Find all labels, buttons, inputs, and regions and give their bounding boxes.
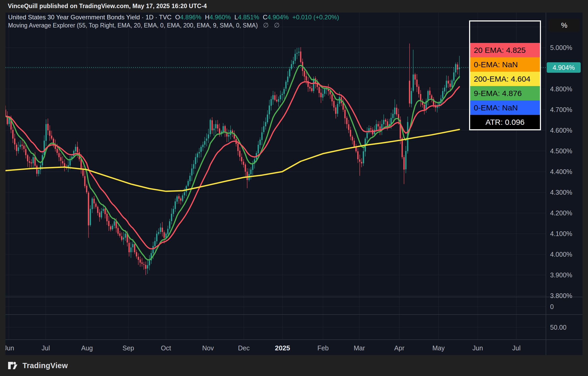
price-axis-label: 4.800%	[550, 85, 572, 93]
legend-row: 0-EMA: NaN	[470, 100, 540, 115]
chart-region[interactable]: United States 30 Year Government Bonds Y…	[5, 13, 583, 355]
price-axis-label: 4.700%	[550, 106, 572, 114]
sub-pane-axis-label: 50.00	[550, 323, 567, 331]
legend-row: 9-EMA: 4.876	[470, 86, 540, 100]
change-readout: +0.010 (+0.20%)	[292, 14, 339, 21]
legend-row: ATR: 0.096	[470, 115, 540, 129]
time-axis-label: Nov	[196, 344, 220, 352]
time-axis-label: Jul	[505, 344, 528, 352]
price-axis-label: 3.900%	[550, 271, 572, 279]
time-axis-label: Jun	[466, 344, 489, 352]
price-axis-label: 4.200%	[550, 209, 572, 217]
sub-pane-axis-label: 0	[550, 303, 554, 311]
indicator-title: Moving Average Explorer (55, Top Right, …	[8, 22, 258, 29]
price-axis-label: 4.000%	[550, 250, 572, 258]
brand-wordmark: TradingView	[22, 361, 68, 370]
time-axis-label: 2025	[271, 344, 294, 352]
time-axis-label: May	[427, 344, 450, 352]
time-axis-label: Dec	[232, 344, 256, 352]
ohlc-label: H	[205, 14, 209, 21]
price-axis-label: 4.500%	[550, 147, 572, 155]
legend-row: 20 EMA: 4.825	[470, 43, 540, 57]
ohlc-value: 4.904%	[267, 14, 289, 21]
ohlc-label: C	[263, 14, 267, 21]
time-axis-label: Jul	[34, 344, 57, 352]
price-axis-label: 4.400%	[550, 168, 572, 176]
time-axis-label: Mar	[348, 344, 371, 352]
legend-empty-row	[470, 21, 540, 43]
time-axis-label: Sep	[117, 344, 140, 352]
empty-set-icon: ∅	[263, 21, 269, 29]
byline-text: VinceQuill published on TradingView.com,…	[8, 3, 207, 10]
ohlc-readout: O4.896%H4.960%L4.851%C4.904%	[171, 14, 289, 21]
tradingview-logo-icon	[8, 362, 19, 369]
price-axis-label: 4.600%	[550, 126, 572, 134]
legend-row: 200-EMA: 4.604	[470, 72, 540, 86]
current-price-tag: 4.904%	[547, 62, 581, 73]
time-axis-label: Apr	[388, 344, 411, 352]
footer-brand[interactable]: TradingView	[8, 359, 68, 372]
time-axis-label: Aug	[75, 344, 99, 352]
time-axis-label: Feb	[311, 344, 335, 352]
price-axis-label: 4.100%	[550, 230, 572, 238]
symbol-info-row[interactable]: United States 30 Year Government Bonds Y…	[8, 14, 339, 21]
time-axis-label: Oct	[154, 344, 178, 352]
indicator-info-row[interactable]: Moving Average Explorer (55, Top Right, …	[8, 21, 280, 29]
price-scale-unit-button[interactable]: %	[548, 19, 580, 32]
price-axis-label: 5.000%	[550, 44, 572, 52]
time-axis-label: Jun	[5, 344, 21, 352]
price-axis-label: 3.800%	[550, 292, 572, 300]
page: VinceQuill published on TradingView.com,…	[0, 0, 588, 376]
ohlc-label: O	[175, 14, 180, 21]
ohlc-value: 4.851%	[238, 14, 259, 21]
empty-set-icon: ∅	[274, 21, 280, 29]
ohlc-label: L	[234, 14, 238, 21]
ohlc-value: 4.896%	[180, 14, 201, 21]
ohlc-value: 4.960%	[210, 14, 231, 21]
legend-row: 0-EMA: NaN	[470, 57, 540, 72]
ma-explorer-legend-panel: 20 EMA: 4.8250-EMA: NaN200-EMA: 4.6049-E…	[469, 20, 541, 130]
price-axis-label: 4.300%	[550, 188, 572, 196]
symbol-title: United States 30 Year Government Bonds Y…	[8, 14, 171, 21]
